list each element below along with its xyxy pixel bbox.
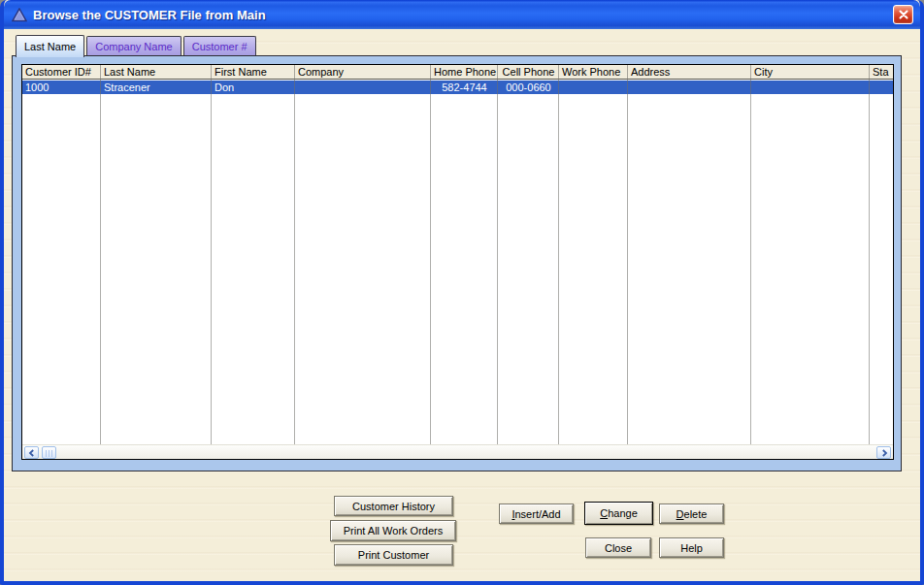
customer-list: Customer ID#Last NameFirst NameCompanyHo… [21, 64, 894, 460]
insert-add-button[interactable]: Insert/Add [499, 504, 574, 524]
list-body: 1000StracenerDon582-4744000-0660 [22, 81, 893, 444]
help-button[interactable]: Help [659, 537, 724, 558]
scroll-right-button[interactable] [876, 446, 891, 459]
tab-customer[interactable]: Customer # [183, 36, 256, 55]
table-cell [870, 81, 893, 94]
table-cell: 582-4744 [431, 81, 498, 94]
app-window: Browse the CUSTOMER File from Main Last … [0, 0, 924, 585]
column-header[interactable]: Work Phone [559, 65, 628, 79]
column-header[interactable]: Company [295, 65, 431, 79]
app-triangle-icon [12, 8, 27, 22]
column-header[interactable]: City [751, 65, 870, 79]
column-header[interactable]: Customer ID# [22, 65, 101, 79]
table-cell [628, 81, 751, 94]
titlebar[interactable]: Browse the CUSTOMER File from Main [4, 0, 920, 29]
column-header[interactable]: Address [628, 65, 751, 79]
change-button[interactable]: Change [584, 502, 653, 525]
tab-bar: Last NameCompany NameCustomer # [16, 34, 258, 56]
close-dialog-button[interactable]: Close [585, 537, 651, 558]
print-all-work-orders-button[interactable]: Print All Work Orders [330, 520, 456, 541]
table-cell [559, 81, 628, 94]
customer-history-button[interactable]: Customer History [334, 496, 453, 516]
horizontal-scrollbar[interactable] [22, 444, 893, 459]
close-button[interactable] [893, 5, 913, 24]
scroll-left-icon [28, 449, 36, 457]
column-header[interactable]: First Name [212, 65, 295, 79]
window-body: Last NameCompany NameCustomer # Customer… [4, 29, 920, 581]
column-header[interactable]: Last Name [101, 65, 212, 79]
tab-last-name[interactable]: Last Name [16, 35, 84, 57]
scrollbar-grip-icon [46, 450, 53, 457]
column-header[interactable]: Cell Phone [498, 65, 559, 79]
list-header: Customer ID#Last NameFirst NameCompanyHo… [22, 65, 893, 80]
table-cell: 1000 [22, 81, 101, 94]
print-customer-button[interactable]: Print Customer [334, 544, 453, 566]
window-title: Browse the CUSTOMER File from Main [33, 8, 266, 22]
table-cell [751, 81, 870, 94]
scrollbar-thumb[interactable] [42, 446, 56, 459]
scroll-right-icon [880, 449, 888, 457]
column-header[interactable]: Sta [870, 65, 893, 79]
close-x-icon [899, 10, 908, 19]
column-header[interactable]: Home Phone [431, 65, 498, 79]
tab-company-name[interactable]: Company Name [86, 36, 181, 55]
delete-button[interactable]: Delete [659, 504, 724, 524]
table-cell: 000-0660 [498, 81, 559, 94]
table-cell: Stracener [101, 81, 212, 94]
customer-list-viewport: Customer ID#Last NameFirst NameCompanyHo… [22, 65, 893, 459]
table-cell: Don [212, 81, 295, 94]
table-cell [295, 81, 431, 94]
tab-panel: Customer ID#Last NameFirst NameCompanyHo… [12, 55, 902, 471]
scroll-left-button[interactable] [24, 446, 39, 459]
table-row[interactable]: 1000StracenerDon582-4744000-0660 [22, 81, 893, 94]
